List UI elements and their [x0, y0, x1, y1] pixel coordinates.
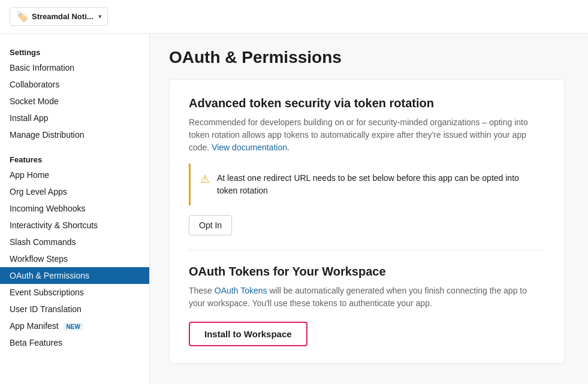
- sidebar-item-user-id-translation[interactable]: User ID Translation: [0, 301, 149, 318]
- section-divider: [189, 250, 545, 250]
- sidebar-item-socket-mode[interactable]: Socket Mode: [0, 93, 149, 110]
- warning-text: At least one redirect URL needs to be se…: [217, 172, 535, 197]
- oauth-tokens-title: OAuth Tokens for Your Workspace: [189, 265, 545, 279]
- sidebar-item-interactivity-shortcuts[interactable]: Interactivity & Shortcuts: [0, 217, 149, 234]
- sidebar-item-collaborators[interactable]: Collaborators: [0, 76, 149, 93]
- sidebar-item-oauth-permissions[interactable]: OAuth & Permissions: [0, 267, 149, 284]
- oauth-tokens-desc: These OAuth Tokens will be automatically…: [189, 285, 545, 310]
- sidebar-item-install-app[interactable]: Install App: [0, 110, 149, 126]
- main-card: Advanced token security via token rotati…: [169, 79, 565, 364]
- sidebar-item-manage-distribution[interactable]: Manage Distribution: [0, 126, 149, 143]
- top-bar: 🏷️ Streamdal Noti... ▾: [0, 0, 588, 34]
- sidebar-item-basic-information[interactable]: Basic Information: [0, 59, 149, 76]
- view-documentation-link[interactable]: View documentation.: [212, 143, 290, 152]
- chevron-down-icon: ▾: [98, 13, 101, 20]
- sidebar-item-incoming-webhooks[interactable]: Incoming Webhooks: [0, 200, 149, 217]
- warning-icon: ⚠: [200, 173, 210, 186]
- oauth-tokens-link[interactable]: OAuth Tokens: [215, 286, 267, 295]
- sidebar-item-app-manifest[interactable]: App Manifest NEW: [0, 318, 149, 334]
- token-security-desc: Recommended for developers building on o…: [189, 116, 545, 154]
- layout: Settings Basic Information Collaborators…: [0, 34, 588, 384]
- warning-box: ⚠ At least one redirect URL needs to be …: [189, 164, 545, 205]
- settings-section-label: Settings: [0, 43, 149, 59]
- new-badge: NEW: [64, 323, 83, 331]
- sidebar-item-event-subscriptions[interactable]: Event Subscriptions: [0, 284, 149, 301]
- token-security-title: Advanced token security via token rotati…: [189, 96, 545, 110]
- sidebar-item-workflow-steps[interactable]: Workflow Steps: [0, 250, 149, 267]
- sidebar-item-org-level-apps[interactable]: Org Level Apps: [0, 183, 149, 200]
- app-icon: 🏷️: [16, 11, 28, 22]
- sidebar: Settings Basic Information Collaborators…: [0, 34, 150, 384]
- sidebar-item-beta-features[interactable]: Beta Features: [0, 334, 149, 351]
- install-to-workspace-button[interactable]: Install to Workspace: [189, 322, 307, 346]
- opt-in-button[interactable]: Opt In: [189, 215, 232, 235]
- main-content: OAuth & Permissions Advanced token secur…: [150, 34, 588, 384]
- sidebar-item-slash-commands[interactable]: Slash Commands: [0, 234, 149, 250]
- features-section-label: Features: [0, 150, 149, 167]
- app-selector[interactable]: 🏷️ Streamdal Noti... ▾: [10, 7, 108, 26]
- app-name: Streamdal Noti...: [32, 12, 94, 21]
- sidebar-item-app-home[interactable]: App Home: [0, 167, 149, 183]
- page-title: OAuth & Permissions: [169, 48, 569, 67]
